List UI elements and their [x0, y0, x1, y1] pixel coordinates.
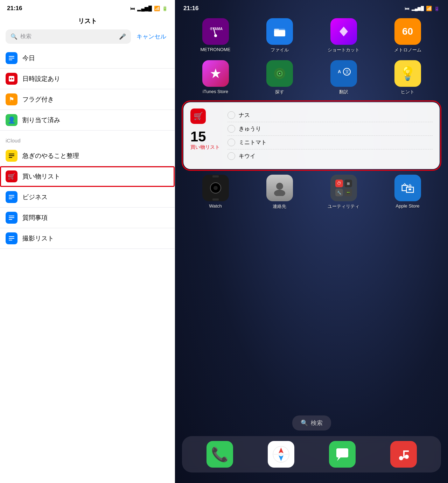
- app-contacts[interactable]: 連絡先: [247, 175, 312, 210]
- app-watch[interactable]: Watch: [183, 175, 247, 210]
- photography-icon: [6, 232, 18, 244]
- svg-rect-15: [9, 217, 14, 218]
- app-grid-row1: ®YAMAHA METRONOME ファイル: [175, 15, 448, 60]
- dock-messages[interactable]: [329, 441, 356, 468]
- icloud-section-header: iCloud: [0, 131, 175, 146]
- cancel-button[interactable]: キャンセル: [134, 33, 169, 41]
- svg-point-34: [276, 183, 283, 190]
- svg-rect-17: [9, 236, 14, 237]
- svg-rect-9: [9, 155, 14, 156]
- app-tips[interactable]: 💡 ヒント: [376, 60, 440, 95]
- widget-item-2[interactable]: ミニトマト: [227, 136, 433, 149]
- flagged-label: フラグ付き: [22, 95, 54, 104]
- dock-safari[interactable]: [268, 441, 294, 468]
- svg-rect-14: [9, 216, 14, 216]
- itunes-icon: ★: [202, 60, 229, 87]
- svg-rect-13: [9, 198, 12, 199]
- search-bottom: 🔍 検索: [175, 412, 448, 436]
- app-metro60[interactable]: 60 メトロノーム: [376, 18, 440, 53]
- svg-point-35: [274, 190, 285, 196]
- phone-icon: 📞: [211, 446, 229, 463]
- list-item-urgent[interactable]: 急ぎのやること整理: [0, 146, 175, 166]
- widget-item-text-2: ミニトマト: [239, 139, 267, 146]
- svg-rect-24: [274, 30, 285, 36]
- files-icon: [266, 18, 293, 45]
- svg-rect-0: [9, 56, 14, 57]
- list-item-photography[interactable]: 撮影リスト: [0, 228, 175, 249]
- status-time-right: 21:16: [183, 5, 198, 12]
- left-panel: 21:16 🛏 ▂▄▆█ 📶 🔋 リスト 🔍 検索 🎤 キャンセル 今日: [0, 0, 175, 483]
- right-panel: 21:16 🛏 ▂▄▆█ 📶 🔋 ®YAMAHA METRONOME: [175, 0, 448, 483]
- widget-name: 買い物リスト: [190, 144, 220, 150]
- widget-item-text-1: きゅうり: [239, 125, 261, 133]
- shopping-widget[interactable]: 🛒 15 買い物リスト ナス きゅうり ミニトマト: [183, 102, 440, 169]
- list-item-business[interactable]: ビジネス: [0, 187, 175, 208]
- widget-item-3[interactable]: キウイ: [227, 149, 433, 163]
- status-icons-left: 🛏 ▂▄▆█ 📶 🔋: [130, 6, 168, 11]
- svg-marker-26: [340, 27, 348, 36]
- app-grid-row3: Watch 連絡先 ⏱ ⊞ 🔧: [175, 175, 448, 217]
- contacts-icon: [266, 175, 293, 201]
- svg-rect-19: [9, 240, 12, 240]
- widget-item-text-3: キウイ: [239, 153, 255, 160]
- svg-rect-12: [9, 197, 14, 197]
- list-item-questions[interactable]: 質問事項: [0, 208, 175, 228]
- svg-text:文: 文: [345, 69, 349, 74]
- widget-checkbox-3[interactable]: [227, 152, 235, 160]
- app-utilities[interactable]: ⏱ ⊞ 🔧 📟 ユーティリティ: [312, 175, 376, 210]
- search-pill[interactable]: 🔍 検索: [292, 415, 331, 430]
- app-files[interactable]: ファイル: [247, 18, 312, 53]
- wifi-icon-right: 📶: [426, 6, 432, 11]
- app-metronome[interactable]: ®YAMAHA METRONOME: [183, 18, 247, 53]
- itunes-label: iTunes Store: [203, 89, 228, 94]
- svg-point-45: [405, 455, 409, 459]
- translate-label: 翻訳: [339, 89, 348, 95]
- signal-icon-right: ▂▄▆█: [412, 6, 424, 11]
- widget-item-0[interactable]: ナス: [227, 108, 433, 122]
- questions-icon: [6, 212, 18, 224]
- widget-checkbox-0[interactable]: [227, 111, 235, 119]
- metro60-label: メトロノーム: [394, 47, 421, 53]
- tips-icon: 💡: [394, 60, 421, 87]
- widget-item-1[interactable]: きゅうり: [227, 122, 433, 136]
- business-icon: [6, 191, 18, 203]
- svg-rect-3: [9, 76, 14, 82]
- app-itunes[interactable]: ★ iTunes Store: [183, 60, 247, 95]
- list-item-assigned[interactable]: 👤 割り当て済み: [0, 110, 175, 131]
- app-translate[interactable]: A 文 翻訳: [312, 60, 376, 95]
- app-find[interactable]: 探す: [247, 60, 312, 95]
- assigned-label: 割り当て済み: [22, 116, 60, 124]
- search-placeholder: 検索: [20, 33, 116, 40]
- photography-label: 撮影リスト: [22, 234, 54, 243]
- business-label: ビジネス: [22, 193, 48, 201]
- wifi-icon: 📶: [154, 6, 160, 11]
- app-shortcuts[interactable]: ショートカット: [312, 18, 376, 53]
- list-item-today[interactable]: 今日: [0, 48, 175, 69]
- utilities-icon: ⏱ ⊞ 🔧 📟: [330, 175, 357, 201]
- list-item-flagged[interactable]: ⚑ フラグ付き: [0, 89, 175, 110]
- widget-checkbox-2[interactable]: [227, 139, 235, 146]
- list-item-shopping[interactable]: 🛒 買い物リスト: [0, 166, 175, 187]
- widget-item-text-0: ナス: [239, 112, 250, 119]
- svg-point-44: [399, 456, 403, 460]
- svg-rect-47: [403, 450, 409, 452]
- search-bar[interactable]: 🔍 検索 🎤: [6, 29, 131, 44]
- widget-checkbox-1[interactable]: [227, 125, 235, 133]
- svg-text:®YAMAHA: ®YAMAHA: [210, 27, 223, 31]
- app-apple-store[interactable]: 🛍 Apple Store: [376, 175, 440, 210]
- list-item-scheduled[interactable]: 日時設定あり: [0, 69, 175, 89]
- nav-title: リスト: [0, 15, 175, 29]
- widget-count: 15: [190, 130, 206, 144]
- shopping-icon: 🛒: [6, 170, 18, 182]
- dock-music[interactable]: [390, 441, 417, 468]
- list-section: 今日 日時設定あり ⚑ フラグ付き 👤 割り当て済み iCloud: [0, 48, 175, 483]
- svg-point-22: [214, 34, 217, 37]
- shortcuts-icon: [330, 18, 357, 45]
- watch-icon: [202, 175, 229, 201]
- svg-rect-4: [10, 78, 11, 79]
- battery-icon-right: 🔋: [434, 6, 440, 11]
- bed-icon-right: 🛏: [405, 6, 410, 11]
- status-bar-left: 21:16 🛏 ▂▄▆█ 📶 🔋: [0, 0, 175, 15]
- apple-store-icon: 🛍: [394, 175, 421, 201]
- dock-phone[interactable]: 📞: [206, 441, 233, 468]
